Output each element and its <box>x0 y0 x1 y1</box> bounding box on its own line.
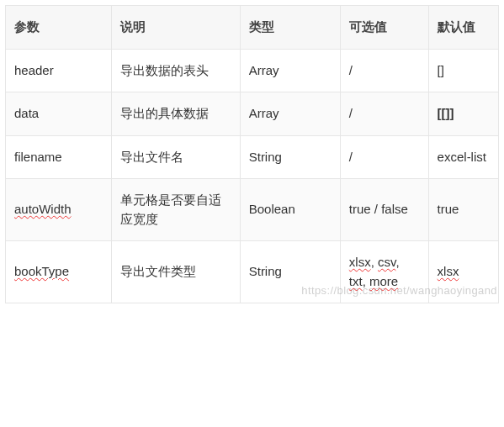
cell-type: Array <box>240 49 340 92</box>
cell-default: [[]] <box>428 92 498 136</box>
param-text: data <box>14 106 39 120</box>
col-desc: 说明 <box>112 6 240 50</box>
cell-options: / <box>340 49 428 92</box>
col-param: 参数 <box>6 6 112 50</box>
param-text: header <box>14 63 54 77</box>
cell-default: excel-list <box>428 135 498 179</box>
table-row: filename 导出文件名 String / excel-list <box>6 135 499 179</box>
param-text: autoWidth <box>14 202 72 216</box>
table-row: autoWidth 单元格是否要自适应宽度 Boolean true / fal… <box>6 179 499 241</box>
cell-desc: 导出文件类型 <box>112 241 240 303</box>
cell-default: xlsx <box>428 241 498 303</box>
cell-type: String <box>240 241 340 303</box>
opt-csv: csv <box>378 255 395 269</box>
param-text: filename <box>14 150 62 164</box>
params-table: 参数 说明 类型 可选值 默认值 header 导出数据的表头 Array / … <box>5 5 499 303</box>
cell-desc: 导出的具体数据 <box>112 92 240 136</box>
cell-type: Boolean <box>240 179 340 241</box>
cell-default: [] <box>428 49 498 92</box>
cell-options: / <box>340 135 428 179</box>
table-row: bookType 导出文件类型 String xlsx, csv, txt, m… <box>6 241 499 303</box>
col-options: 可选值 <box>340 6 428 50</box>
opt-xlsx: xlsx <box>349 255 371 269</box>
col-type: 类型 <box>240 6 340 50</box>
cell-options: xlsx, csv, txt, more <box>340 241 428 303</box>
cell-type: String <box>240 135 340 179</box>
cell-desc: 导出文件名 <box>112 135 240 179</box>
table-header-row: 参数 说明 类型 可选值 默认值 <box>6 6 499 50</box>
default-text: [[]] <box>438 106 454 120</box>
table-row: header 导出数据的表头 Array / [] <box>6 49 499 92</box>
cell-param: autoWidth <box>6 179 112 241</box>
cell-default: true <box>428 179 498 241</box>
cell-options: / <box>340 92 428 136</box>
opt-more: more <box>369 274 398 288</box>
cell-type: Array <box>240 92 340 136</box>
col-default: 默认值 <box>428 6 498 50</box>
table-row: data 导出的具体数据 Array / [[]] <box>6 92 499 136</box>
cell-desc: 导出数据的表头 <box>112 49 240 92</box>
opt-txt: txt <box>349 274 363 288</box>
cell-param: filename <box>6 135 112 179</box>
param-text: bookType <box>14 264 69 278</box>
cell-param: header <box>6 49 112 92</box>
cell-param: bookType <box>6 241 112 303</box>
default-text: xlsx <box>438 264 459 278</box>
cell-param: data <box>6 92 112 136</box>
cell-desc: 单元格是否要自适应宽度 <box>112 179 240 241</box>
cell-options: true / false <box>340 179 428 241</box>
